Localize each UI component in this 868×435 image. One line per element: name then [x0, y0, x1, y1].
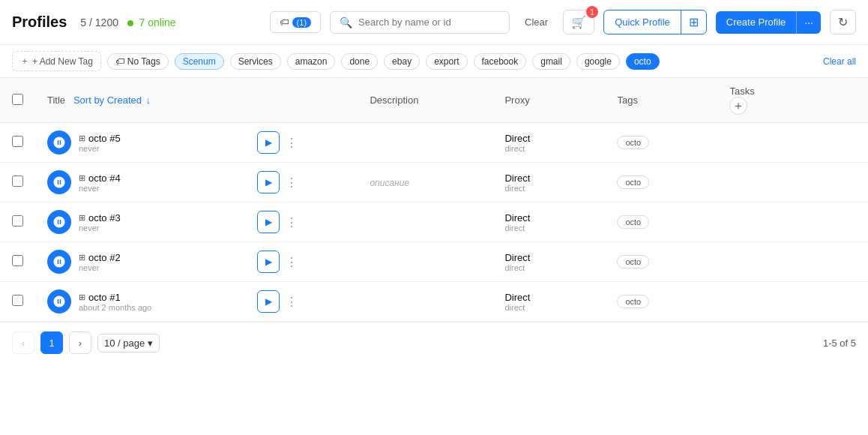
sort-arrow-icon: ↓	[146, 94, 151, 106]
add-task-button[interactable]: ＋	[729, 97, 747, 115]
profile-info: ⊞ octo #2 never	[79, 252, 121, 272]
profile-name: ⊞ octo #5	[79, 133, 121, 144]
proxy-type: direct	[504, 144, 593, 153]
table-body: ⊞ octo #5 never ▶ ⋮ Direct direct octo	[0, 123, 868, 322]
search-box: 🔍	[330, 11, 510, 34]
tag-export[interactable]: export	[426, 53, 467, 70]
no-tags-filter[interactable]: 🏷 No Tags	[107, 53, 169, 70]
row-title-cell: ⊞ octo #2 never	[35, 242, 245, 282]
row-description-cell	[358, 123, 492, 163]
profile-info: ⊞ octo #1 about 2 months ago	[79, 292, 151, 312]
tag-icon: 🏷	[280, 16, 289, 28]
row-tag[interactable]: octo	[617, 136, 649, 149]
online-dot	[127, 20, 133, 26]
more-button-1[interactable]: ⋮	[283, 293, 301, 310]
row-actions-cell: ▶ ⋮	[245, 123, 358, 163]
quick-profile-button[interactable]: Quick Profile ⊞	[603, 10, 707, 34]
tag-ebay[interactable]: ebay	[384, 53, 420, 70]
page-size-selector[interactable]: 10 / page ▾	[97, 334, 160, 352]
more-button-4[interactable]: ⋮	[283, 174, 301, 191]
tag-octo[interactable]: octo	[626, 53, 660, 70]
more-button-3[interactable]: ⋮	[283, 214, 301, 231]
windows-icon: ⊞	[79, 173, 85, 183]
row-tags-cell: octo	[605, 163, 717, 202]
avatar	[47, 290, 71, 314]
tag-facebook[interactable]: facebook	[474, 53, 527, 70]
prev-page-button[interactable]: ‹	[12, 332, 34, 354]
actions-header	[245, 78, 358, 123]
tag-services[interactable]: Services	[230, 53, 281, 70]
tag-filter-button[interactable]: 🏷 (1)	[270, 11, 321, 33]
tag-google[interactable]: google	[576, 53, 620, 70]
profile-name: ⊞ octo #4	[79, 172, 121, 184]
row-tag[interactable]: octo	[617, 255, 649, 268]
profile-info: ⊞ octo #4 never	[79, 172, 121, 193]
row-description-cell	[358, 242, 492, 282]
proxy-name: Direct	[504, 292, 593, 303]
row-actions-cell: ▶ ⋮	[245, 202, 358, 242]
profile-name: ⊞ octo #1	[79, 292, 151, 303]
proxy-name: Direct	[504, 172, 593, 184]
row-description-cell	[358, 202, 492, 242]
create-profile-more-icon[interactable]: ···	[796, 11, 821, 34]
avatar	[47, 130, 71, 154]
more-button-2[interactable]: ⋮	[283, 254, 301, 271]
play-button-3[interactable]: ▶	[257, 211, 280, 233]
more-button-5[interactable]: ⋮	[283, 134, 301, 152]
clear-all-button[interactable]: Clear all	[823, 56, 856, 67]
title-header: Title Sort by Created ↓	[35, 78, 245, 123]
profiles-table: Title Sort by Created ↓ Description Prox…	[0, 78, 868, 322]
row-checkbox-1[interactable]	[12, 295, 23, 306]
row-tag[interactable]: octo	[617, 295, 649, 308]
row-proxy-cell: Direct direct	[492, 282, 605, 322]
footer: ‹ 1 › 10 / page ▾ 1-5 of 5	[0, 322, 868, 363]
profile-info: ⊞ octo #5 never	[79, 133, 121, 153]
profile-info: ⊞ octo #3 never	[79, 212, 121, 232]
row-tag[interactable]: octo	[617, 215, 649, 229]
row-tag[interactable]: octo	[617, 176, 649, 189]
row-actions-cell: ▶ ⋮	[245, 282, 358, 322]
table-row: ⊞ octo #2 never ▶ ⋮ Direct direct octo	[0, 242, 868, 282]
profile-name: ⊞ octo #2	[79, 252, 121, 263]
create-profile-button[interactable]: Create Profile ···	[716, 11, 821, 34]
select-all-checkbox[interactable]	[12, 94, 23, 105]
play-button-2[interactable]: ▶	[257, 250, 280, 273]
avatar	[47, 250, 71, 274]
tag-amazon[interactable]: amazon	[287, 53, 336, 70]
row-checkbox-2[interactable]	[12, 255, 23, 266]
cart-button[interactable]: 🛒 1	[563, 10, 594, 34]
table-row: ⊞ octo #3 never ▶ ⋮ Direct direct octo	[0, 202, 868, 242]
quick-profile-label: Quick Profile	[604, 12, 681, 32]
next-page-button[interactable]: ›	[69, 332, 91, 354]
tag-badge: (1)	[292, 17, 311, 28]
tag-gmail[interactable]: gmail	[532, 53, 570, 70]
row-actions-cell: ▶ ⋮	[245, 163, 358, 202]
play-button-5[interactable]: ▶	[257, 131, 280, 154]
row-checkbox-4[interactable]	[12, 176, 23, 187]
search-input[interactable]	[358, 16, 500, 28]
refresh-button[interactable]: ↻	[830, 10, 856, 34]
add-new-tag-button[interactable]: ＋ + Add New Tag	[12, 51, 101, 71]
page-1-button[interactable]: 1	[40, 332, 63, 354]
play-button-1[interactable]: ▶	[257, 290, 280, 313]
play-button-4[interactable]: ▶	[257, 171, 280, 194]
row-checkbox-cell	[0, 202, 35, 242]
cart-badge: 1	[586, 6, 598, 18]
row-checkbox-3[interactable]	[12, 215, 23, 226]
row-proxy-cell: Direct direct	[492, 123, 605, 163]
add-icon: ＋	[20, 55, 29, 68]
row-title-cell: ⊞ octo #1 about 2 months ago	[35, 282, 245, 322]
row-proxy-cell: Direct direct	[492, 202, 605, 242]
row-proxy-cell: Direct direct	[492, 163, 605, 202]
profile-count: 5 / 1200 7 online	[80, 16, 175, 28]
sort-label[interactable]: Sort by Created ↓	[73, 94, 151, 106]
clear-button[interactable]: Clear	[519, 12, 554, 32]
row-checkbox-cell	[0, 123, 35, 163]
tag-scenum[interactable]: Scenum	[175, 53, 224, 70]
row-description-cell: описание	[358, 163, 492, 202]
row-description-cell	[358, 282, 492, 322]
row-title-cell: ⊞ octo #3 never	[35, 202, 245, 242]
row-checkbox-5[interactable]	[12, 136, 23, 147]
tag-done[interactable]: done	[341, 53, 378, 70]
profile-time: never	[79, 184, 121, 193]
